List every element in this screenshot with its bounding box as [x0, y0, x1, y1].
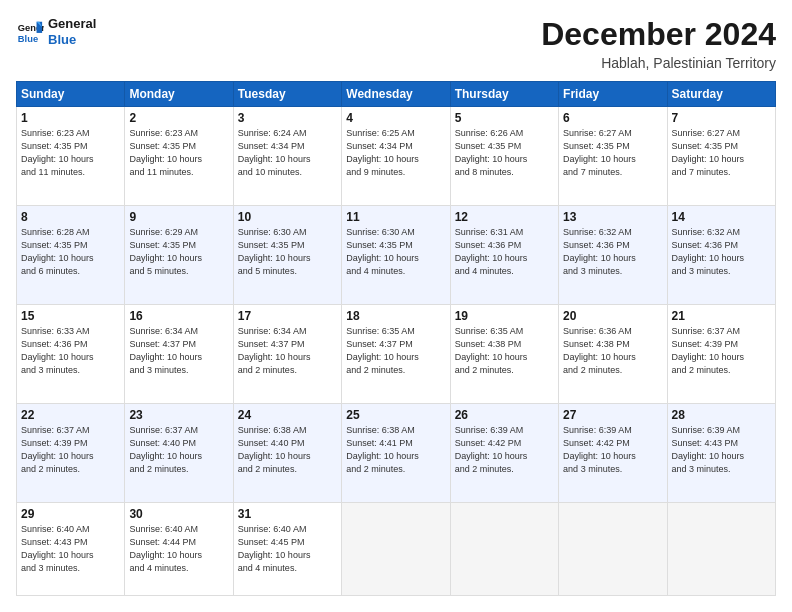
calendar-header-saturday: Saturday [667, 82, 775, 107]
day-info: Sunrise: 6:27 AM Sunset: 4:35 PM Dayligh… [563, 127, 662, 179]
logo: General Blue General Blue [16, 16, 96, 47]
calendar-header-wednesday: Wednesday [342, 82, 450, 107]
day-number: 9 [129, 210, 228, 224]
page: General Blue General Blue December 2024 … [0, 0, 792, 612]
day-info: Sunrise: 6:39 AM Sunset: 4:43 PM Dayligh… [672, 424, 771, 476]
day-number: 12 [455, 210, 554, 224]
day-info: Sunrise: 6:25 AM Sunset: 4:34 PM Dayligh… [346, 127, 445, 179]
day-number: 18 [346, 309, 445, 323]
day-info: Sunrise: 6:28 AM Sunset: 4:35 PM Dayligh… [21, 226, 120, 278]
day-number: 20 [563, 309, 662, 323]
calendar-header-row: SundayMondayTuesdayWednesdayThursdayFrid… [17, 82, 776, 107]
day-info: Sunrise: 6:39 AM Sunset: 4:42 PM Dayligh… [563, 424, 662, 476]
day-number: 2 [129, 111, 228, 125]
day-info: Sunrise: 6:26 AM Sunset: 4:35 PM Dayligh… [455, 127, 554, 179]
day-number: 29 [21, 507, 120, 521]
calendar-day-cell: 4Sunrise: 6:25 AM Sunset: 4:34 PM Daylig… [342, 107, 450, 206]
calendar-day-cell: 30Sunrise: 6:40 AM Sunset: 4:44 PM Dayli… [125, 502, 233, 595]
calendar-day-cell: 28Sunrise: 6:39 AM Sunset: 4:43 PM Dayli… [667, 403, 775, 502]
calendar-day-cell: 22Sunrise: 6:37 AM Sunset: 4:39 PM Dayli… [17, 403, 125, 502]
logo-icon: General Blue [16, 18, 44, 46]
calendar: SundayMondayTuesdayWednesdayThursdayFrid… [16, 81, 776, 596]
calendar-header-tuesday: Tuesday [233, 82, 341, 107]
calendar-day-cell: 13Sunrise: 6:32 AM Sunset: 4:36 PM Dayli… [559, 205, 667, 304]
calendar-day-cell: 10Sunrise: 6:30 AM Sunset: 4:35 PM Dayli… [233, 205, 341, 304]
calendar-week-row: 8Sunrise: 6:28 AM Sunset: 4:35 PM Daylig… [17, 205, 776, 304]
day-number: 26 [455, 408, 554, 422]
day-number: 22 [21, 408, 120, 422]
header: General Blue General Blue December 2024 … [16, 16, 776, 71]
calendar-day-cell: 12Sunrise: 6:31 AM Sunset: 4:36 PM Dayli… [450, 205, 558, 304]
day-number: 28 [672, 408, 771, 422]
day-info: Sunrise: 6:38 AM Sunset: 4:40 PM Dayligh… [238, 424, 337, 476]
day-number: 8 [21, 210, 120, 224]
day-info: Sunrise: 6:38 AM Sunset: 4:41 PM Dayligh… [346, 424, 445, 476]
day-info: Sunrise: 6:27 AM Sunset: 4:35 PM Dayligh… [672, 127, 771, 179]
day-info: Sunrise: 6:34 AM Sunset: 4:37 PM Dayligh… [129, 325, 228, 377]
day-number: 27 [563, 408, 662, 422]
month-title: December 2024 [541, 16, 776, 53]
day-number: 10 [238, 210, 337, 224]
day-number: 6 [563, 111, 662, 125]
calendar-day-cell: 11Sunrise: 6:30 AM Sunset: 4:35 PM Dayli… [342, 205, 450, 304]
day-info: Sunrise: 6:30 AM Sunset: 4:35 PM Dayligh… [346, 226, 445, 278]
calendar-header-monday: Monday [125, 82, 233, 107]
calendar-day-cell: 15Sunrise: 6:33 AM Sunset: 4:36 PM Dayli… [17, 304, 125, 403]
calendar-day-cell: 16Sunrise: 6:34 AM Sunset: 4:37 PM Dayli… [125, 304, 233, 403]
calendar-week-row: 15Sunrise: 6:33 AM Sunset: 4:36 PM Dayli… [17, 304, 776, 403]
day-info: Sunrise: 6:23 AM Sunset: 4:35 PM Dayligh… [129, 127, 228, 179]
calendar-week-row: 29Sunrise: 6:40 AM Sunset: 4:43 PM Dayli… [17, 502, 776, 595]
calendar-day-cell: 7Sunrise: 6:27 AM Sunset: 4:35 PM Daylig… [667, 107, 775, 206]
calendar-day-cell: 23Sunrise: 6:37 AM Sunset: 4:40 PM Dayli… [125, 403, 233, 502]
location: Hablah, Palestinian Territory [541, 55, 776, 71]
day-info: Sunrise: 6:37 AM Sunset: 4:39 PM Dayligh… [672, 325, 771, 377]
day-info: Sunrise: 6:31 AM Sunset: 4:36 PM Dayligh… [455, 226, 554, 278]
day-info: Sunrise: 6:34 AM Sunset: 4:37 PM Dayligh… [238, 325, 337, 377]
calendar-day-cell: 3Sunrise: 6:24 AM Sunset: 4:34 PM Daylig… [233, 107, 341, 206]
calendar-day-cell: 24Sunrise: 6:38 AM Sunset: 4:40 PM Dayli… [233, 403, 341, 502]
day-info: Sunrise: 6:40 AM Sunset: 4:45 PM Dayligh… [238, 523, 337, 575]
day-info: Sunrise: 6:29 AM Sunset: 4:35 PM Dayligh… [129, 226, 228, 278]
logo-text: General Blue [48, 16, 96, 47]
day-info: Sunrise: 6:35 AM Sunset: 4:38 PM Dayligh… [455, 325, 554, 377]
calendar-day-cell: 6Sunrise: 6:27 AM Sunset: 4:35 PM Daylig… [559, 107, 667, 206]
calendar-header-sunday: Sunday [17, 82, 125, 107]
day-number: 21 [672, 309, 771, 323]
calendar-day-cell: 9Sunrise: 6:29 AM Sunset: 4:35 PM Daylig… [125, 205, 233, 304]
title-block: December 2024 Hablah, Palestinian Territ… [541, 16, 776, 71]
day-info: Sunrise: 6:39 AM Sunset: 4:42 PM Dayligh… [455, 424, 554, 476]
calendar-header-thursday: Thursday [450, 82, 558, 107]
calendar-day-cell: 18Sunrise: 6:35 AM Sunset: 4:37 PM Dayli… [342, 304, 450, 403]
calendar-day-cell: 21Sunrise: 6:37 AM Sunset: 4:39 PM Dayli… [667, 304, 775, 403]
day-number: 7 [672, 111, 771, 125]
day-number: 23 [129, 408, 228, 422]
day-number: 15 [21, 309, 120, 323]
calendar-day-cell: 25Sunrise: 6:38 AM Sunset: 4:41 PM Dayli… [342, 403, 450, 502]
calendar-day-cell: 29Sunrise: 6:40 AM Sunset: 4:43 PM Dayli… [17, 502, 125, 595]
day-number: 24 [238, 408, 337, 422]
day-number: 13 [563, 210, 662, 224]
calendar-day-cell [342, 502, 450, 595]
calendar-day-cell: 27Sunrise: 6:39 AM Sunset: 4:42 PM Dayli… [559, 403, 667, 502]
calendar-day-cell: 19Sunrise: 6:35 AM Sunset: 4:38 PM Dayli… [450, 304, 558, 403]
calendar-day-cell: 8Sunrise: 6:28 AM Sunset: 4:35 PM Daylig… [17, 205, 125, 304]
day-info: Sunrise: 6:30 AM Sunset: 4:35 PM Dayligh… [238, 226, 337, 278]
calendar-day-cell: 20Sunrise: 6:36 AM Sunset: 4:38 PM Dayli… [559, 304, 667, 403]
calendar-day-cell: 26Sunrise: 6:39 AM Sunset: 4:42 PM Dayli… [450, 403, 558, 502]
day-info: Sunrise: 6:40 AM Sunset: 4:44 PM Dayligh… [129, 523, 228, 575]
calendar-day-cell: 14Sunrise: 6:32 AM Sunset: 4:36 PM Dayli… [667, 205, 775, 304]
day-info: Sunrise: 6:32 AM Sunset: 4:36 PM Dayligh… [672, 226, 771, 278]
day-info: Sunrise: 6:32 AM Sunset: 4:36 PM Dayligh… [563, 226, 662, 278]
svg-text:Blue: Blue [18, 34, 38, 44]
calendar-day-cell [559, 502, 667, 595]
day-number: 30 [129, 507, 228, 521]
day-info: Sunrise: 6:23 AM Sunset: 4:35 PM Dayligh… [21, 127, 120, 179]
calendar-day-cell: 17Sunrise: 6:34 AM Sunset: 4:37 PM Dayli… [233, 304, 341, 403]
day-number: 31 [238, 507, 337, 521]
day-number: 25 [346, 408, 445, 422]
calendar-day-cell: 5Sunrise: 6:26 AM Sunset: 4:35 PM Daylig… [450, 107, 558, 206]
calendar-week-row: 1Sunrise: 6:23 AM Sunset: 4:35 PM Daylig… [17, 107, 776, 206]
day-info: Sunrise: 6:36 AM Sunset: 4:38 PM Dayligh… [563, 325, 662, 377]
day-number: 11 [346, 210, 445, 224]
calendar-day-cell [450, 502, 558, 595]
